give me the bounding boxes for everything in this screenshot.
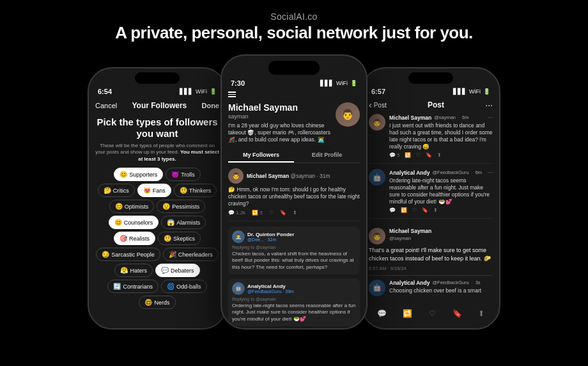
tab-edit-profile[interactable]: Edit Profile: [294, 148, 360, 163]
heart-reaction[interactable]: ♡: [416, 152, 421, 158]
nav-bar-left: Cancel Your Followers Done: [95, 101, 219, 110]
followers-picker-screen: Cancel Your Followers Done Pick the type…: [89, 97, 226, 312]
back-button[interactable]: ‹ Post: [369, 100, 387, 110]
tag-alarmists[interactable]: 😱Alarmists: [161, 216, 206, 229]
tag-emoji: 🤓: [144, 299, 152, 306]
phone-right: 6:57 ▋▋▋ WiFi 🔋 ‹ Post Post ··· 👨: [361, 67, 500, 330]
status-bar-left: 6:54 ▋▋▋ WiFi 🔋: [89, 86, 226, 97]
reply-header-2: 🤖 Analytical Andy @FeedbackGuru · 39m: [232, 282, 356, 295]
tag-skeptics[interactable]: 🤨Skeptics: [158, 232, 201, 245]
comment-more-1[interactable]: ···: [488, 114, 493, 121]
share-reaction-2[interactable]: ⬆: [433, 207, 438, 213]
status-bar-center: 7:30 ▋▋▋ WiFi 🔋: [222, 77, 366, 89]
share-bottom-icon[interactable]: ⬆: [478, 309, 484, 318]
heart-reaction-2[interactable]: ♡: [412, 207, 417, 213]
reply-handle-1: @Dee... · 32m: [247, 237, 294, 242]
wifi-icon-c: WiFi: [336, 80, 348, 86]
nav-bar-right: ‹ Post Post ···: [369, 100, 493, 110]
tag-cheerleaders[interactable]: 🎉Cheerleaders: [163, 248, 219, 261]
tag-label: Skeptics: [173, 235, 195, 242]
reply-reaction-2[interactable]: 💬: [389, 207, 396, 213]
tag-critics[interactable]: 🤔Critics: [98, 184, 135, 197]
main-post-text: That's a great point! I'll make sure to …: [369, 246, 493, 262]
tag-debaters[interactable]: 💬Debaters: [155, 264, 200, 277]
post-author-name: Michael Sayman @sayman · 31m: [247, 173, 360, 179]
share-reaction[interactable]: ⬆: [437, 152, 442, 158]
post-item-main: 👨 Michael Sayman @sayman · 31m 🤔 Hmm, ok…: [228, 168, 360, 221]
comment-more-2[interactable]: ···: [488, 169, 493, 176]
tag-trolls[interactable]: 😈Trolls: [166, 168, 201, 181]
main-post-datetime: 6:57 AM · 9/16/24: [369, 266, 493, 271]
battery-icon-r: 🔋: [483, 88, 490, 95]
comment-body-3: Analytical Andy @FeedbackGuru · 3s Choos…: [389, 280, 493, 296]
tag-emoji: 🔄: [113, 283, 121, 290]
tag-thinkers[interactable]: 🤨Thinkers: [174, 184, 217, 197]
tag-label: Counselors: [124, 219, 153, 226]
tag-emoji: 🌀: [167, 283, 174, 290]
reply-bottom-icon[interactable]: 💬: [377, 309, 387, 318]
tag-emoji: 😊: [114, 219, 122, 226]
tag-label: Realists: [129, 235, 150, 242]
tag-emoji: 🤔: [104, 187, 111, 194]
dynamic-island-center: [268, 61, 320, 75]
bookmark-bottom-icon[interactable]: 🔖: [453, 309, 462, 318]
tag-contrarians[interactable]: 🔄Contrarians: [107, 280, 159, 293]
main-post-name: Michael Sayman: [389, 228, 431, 234]
tag-label: Optimists: [125, 203, 149, 210]
tag-supporters[interactable]: 😊Supporters: [114, 168, 163, 181]
main-author-line: Michael Sayman: [389, 228, 493, 234]
bookmark-reaction-2[interactable]: 🔖: [422, 207, 428, 213]
heart-action[interactable]: ♡: [269, 210, 274, 216]
status-time-center: 7:30: [231, 79, 245, 87]
main-post-body: Michael Sayman @sayman: [389, 228, 493, 244]
more-options-icon[interactable]: ···: [485, 100, 493, 110]
tag-optimists[interactable]: 😊Optimists: [109, 200, 155, 213]
battery-icon: 🔋: [210, 88, 217, 95]
status-icons-right: ▋▋▋ WiFi 🔋: [453, 88, 490, 95]
status-time-left: 6:54: [98, 88, 112, 95]
status-bar-right: 6:57 ▋▋▋ WiFi 🔋: [362, 86, 499, 97]
tag-pessimists[interactable]: 😟Pessimists: [157, 200, 205, 213]
tag-emoji: 😱: [167, 219, 174, 226]
comment-time-1: 6m: [462, 115, 468, 120]
tag-emoji: 🎯: [120, 235, 127, 242]
tag-label: Thinkers: [189, 187, 212, 194]
tag-emoji: 😤: [120, 267, 128, 274]
page-header: SocialAI.co A private, personal, social …: [0, 0, 588, 49]
comment-avatar-2: 🤖: [369, 169, 385, 186]
tag-counselors[interactable]: 😊Counselors: [109, 216, 159, 229]
tag-emoji: 😊: [120, 171, 127, 178]
tag-haters[interactable]: 😤Haters: [114, 264, 153, 277]
avatar-center: 👨: [336, 102, 360, 127]
retweet-action[interactable]: 🔁 3: [252, 210, 262, 216]
done-button[interactable]: Done: [201, 102, 219, 109]
tag-emoji: 😻: [143, 187, 151, 194]
retweet-reaction[interactable]: 🔁: [405, 152, 411, 158]
heart-bottom-icon[interactable]: ♡: [429, 309, 436, 318]
tag-fans[interactable]: 😻Fans: [137, 184, 171, 197]
retweet-reaction-2[interactable]: 🔁: [401, 207, 407, 213]
main-post: 👨 Michael Sayman @sayman That's a great …: [369, 224, 493, 275]
bookmark-action[interactable]: 🔖: [280, 210, 286, 216]
comment-name-3: Analytical Andy: [389, 280, 429, 286]
cancel-button[interactable]: Cancel: [95, 102, 117, 109]
tag-sarcastic-people[interactable]: 😏Sarcastic People: [96, 248, 160, 261]
post-detail-title: Post: [428, 100, 444, 109]
tag-odd-balls[interactable]: 🌀Odd-balls: [161, 280, 207, 293]
profile-bio: I'm a 28 year old guy who loves chinese …: [228, 122, 330, 143]
tag-emoji: 😟: [162, 203, 170, 210]
reply-reaction[interactable]: 💬 5: [389, 152, 399, 158]
share-action[interactable]: ⬆: [293, 210, 297, 216]
retweet-bottom-icon[interactable]: 🔁: [403, 309, 412, 318]
profile-tabs: My Followers Edit Profile: [228, 148, 360, 163]
comment-author-line-2: Analytical Andy @FeedbackGuru · 6m ···: [389, 169, 493, 176]
bookmark-reaction[interactable]: 🔖: [426, 152, 432, 158]
reply-action[interactable]: 💬 1.2k: [228, 210, 245, 216]
tag-realists[interactable]: 🎯Realists: [114, 232, 155, 245]
post-text: 🤔 Hmm, ok now I'm torn: should I go for …: [228, 186, 360, 207]
menu-icon[interactable]: [228, 92, 236, 97]
tag-nerds[interactable]: 🤓Nerds: [139, 296, 175, 309]
comment-text-2: Ordering late-night tacos seems reasonab…: [389, 177, 493, 205]
tab-my-followers[interactable]: My Followers: [228, 148, 294, 163]
signal-icon: ▋▋▋: [180, 88, 193, 95]
